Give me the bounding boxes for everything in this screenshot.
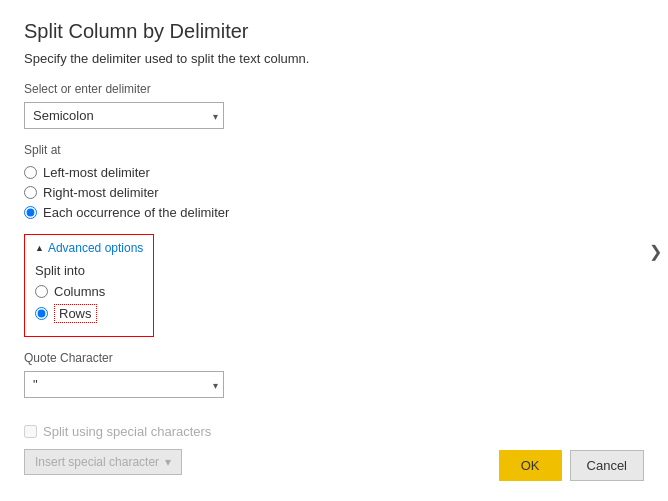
radio-rightmost-label[interactable]: Right-most delimiter [43, 185, 159, 200]
radio-columns-label[interactable]: Columns [54, 284, 105, 299]
dialog-title: Split Column by Delimiter [24, 20, 644, 43]
chevron-right-icon[interactable]: ❯ [643, 237, 668, 264]
ok-button[interactable]: OK [499, 450, 562, 481]
delimiter-select-wrapper: Semicolon Colon Comma Equals Sign Tab Sp… [24, 102, 224, 129]
cancel-button[interactable]: Cancel [570, 450, 644, 481]
radio-leftmost-input[interactable] [24, 166, 37, 179]
dialog-subtitle: Specify the delimiter used to split the … [24, 51, 644, 66]
quote-section: Quote Character " ' None ▾ [24, 351, 644, 412]
advanced-title-label: Advanced options [48, 241, 143, 255]
quote-select[interactable]: " ' None [24, 371, 224, 398]
radio-rows-input[interactable] [35, 307, 48, 320]
insert-special-arrow-icon: ▾ [165, 455, 171, 469]
delimiter-select[interactable]: Semicolon Colon Comma Equals Sign Tab Sp… [24, 102, 224, 129]
split-special-checkbox[interactable] [24, 425, 37, 438]
insert-special-button[interactable]: Insert special character ▾ [24, 449, 182, 475]
radio-each: Each occurrence of the delimiter [24, 205, 644, 220]
footer-buttons: OK Cancel [499, 450, 644, 481]
dialog-container: ❯ Split Column by Delimiter Specify the … [0, 0, 668, 501]
radio-leftmost: Left-most delimiter [24, 165, 644, 180]
radio-rightmost: Right-most delimiter [24, 185, 644, 200]
advanced-options-section: ▲ Advanced options Split into Columns Ro… [24, 234, 154, 337]
radio-leftmost-label[interactable]: Left-most delimiter [43, 165, 150, 180]
advanced-triangle-icon: ▲ [35, 243, 44, 253]
advanced-options-title[interactable]: ▲ Advanced options [35, 241, 143, 255]
split-into-label: Split into [35, 263, 143, 278]
radio-each-label[interactable]: Each occurrence of the delimiter [43, 205, 229, 220]
quote-select-wrapper: " ' None ▾ [24, 371, 224, 398]
insert-special-label: Insert special character [35, 455, 159, 469]
radio-columns-input[interactable] [35, 285, 48, 298]
radio-rows-label[interactable]: Rows [59, 306, 92, 321]
radio-rows: Rows [35, 304, 143, 323]
split-special-row: Split using special characters [24, 424, 644, 439]
radio-columns: Columns [35, 284, 143, 299]
radio-each-input[interactable] [24, 206, 37, 219]
delimiter-label: Select or enter delimiter [24, 82, 644, 96]
rows-label-box: Rows [54, 304, 97, 323]
quote-label: Quote Character [24, 351, 644, 365]
split-at-label: Split at [24, 143, 644, 157]
split-special-label[interactable]: Split using special characters [43, 424, 211, 439]
radio-rightmost-input[interactable] [24, 186, 37, 199]
split-at-radio-group: Left-most delimiter Right-most delimiter… [24, 165, 644, 220]
